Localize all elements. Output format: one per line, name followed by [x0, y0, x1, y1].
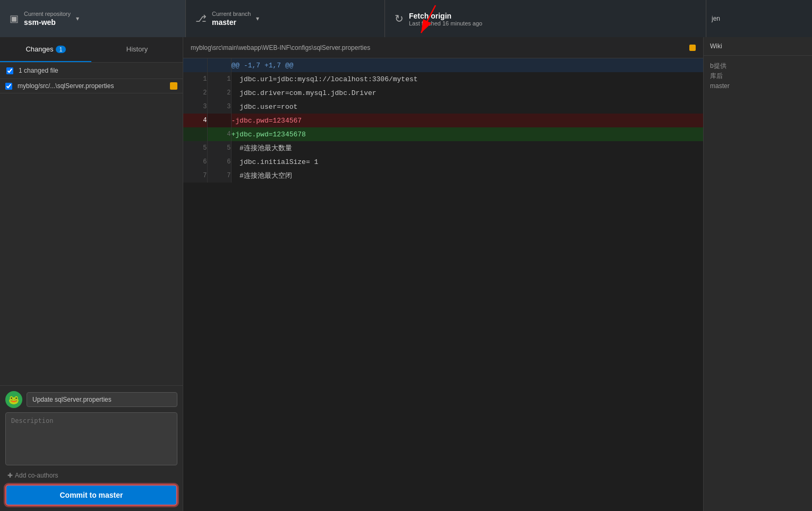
- diff-line-7: 7 7 #连接池最大空闭: [183, 169, 703, 183]
- line-num-new-4a: 4: [207, 127, 231, 141]
- add-icon: ✚: [7, 472, 13, 479]
- line-num-old-7: 7: [183, 169, 207, 183]
- branch-icon: ⎇: [195, 13, 207, 24]
- repo-label: Current repository: [24, 11, 71, 17]
- branch-section[interactable]: ⎇ Current branch master ▾: [186, 0, 385, 37]
- right-panel-label: jen: [712, 15, 720, 22]
- right-panel-body: b提供 库后 master: [710, 62, 730, 90]
- diff-content-4-added: +jdbc.pwd=12345678: [231, 127, 703, 141]
- line-num-old-6: 6: [183, 155, 207, 169]
- changed-count-label: 1 changed file: [19, 67, 58, 74]
- line-num-new-5: 5: [207, 141, 231, 155]
- sidebar: Changes 1 History 1 changed file myblog/…: [0, 37, 183, 511]
- diff-line-5: 5 5 #连接池最大数量: [183, 141, 703, 155]
- commit-button[interactable]: Commit to master: [5, 484, 177, 506]
- line-num-old-1: 1: [183, 72, 207, 86]
- commit-row: 🐸: [5, 391, 177, 408]
- repo-name: ssm-web: [24, 18, 71, 27]
- diff-content-5: #连接池最大数量: [231, 141, 703, 155]
- diff-filepath: myblog\src\main\webapp\WEB-INF\configs\s…: [183, 37, 703, 58]
- line-num-new-1: 1: [207, 72, 231, 86]
- file-list: myblog/src/...\sqlServer.properties: [0, 79, 183, 385]
- right-panel-header: Wiki: [704, 37, 812, 56]
- line-num-old-4: 4: [183, 114, 207, 127]
- line-num-new-2: 2: [207, 86, 231, 100]
- line-num-new: [207, 58, 231, 72]
- right-panel-tab: jen: [706, 0, 812, 37]
- sidebar-tabs: Changes 1 History: [0, 37, 183, 63]
- branch-label: Current branch: [212, 11, 251, 17]
- file-checkbox[interactable]: [5, 83, 12, 90]
- diff-line-6: 6 6 jdbc.initialSize= 1: [183, 155, 703, 169]
- line-num-old-5: 5: [183, 141, 207, 155]
- add-coauthor-label: Add co-authors: [15, 472, 58, 479]
- diff-line-4-added: 4 +jdbc.pwd=12345678: [183, 127, 703, 141]
- main-area: Changes 1 History 1 changed file myblog/…: [0, 37, 812, 511]
- branch-chevron-icon: ▾: [256, 15, 259, 22]
- diff-content-4-removed: -jdbc.pwd=1234567: [231, 114, 703, 127]
- fetch-icon: ↻: [395, 12, 404, 25]
- right-panel: Wiki b提供 库后 master: [703, 37, 812, 511]
- changed-files-header: 1 changed file: [0, 63, 183, 79]
- line-num-old-4a: [183, 127, 207, 141]
- changes-badge: 1: [56, 46, 65, 53]
- line-num-old: [183, 58, 207, 72]
- commit-summary-input[interactable]: [27, 392, 177, 407]
- tab-history-label: History: [126, 45, 148, 53]
- diff-line-4-removed: 4 -jdbc.pwd=1234567: [183, 114, 703, 127]
- repo-section[interactable]: ▣ Current repository ssm-web ▾: [0, 0, 186, 37]
- diff-content-7: #连接池最大空闭: [231, 169, 703, 183]
- diff-content: @@ -1,7 +1,7 @@ 1 1 jdbc.url=jdbc:mysql:…: [183, 58, 703, 511]
- diff-header-row: @@ -1,7 +1,7 @@: [183, 58, 703, 72]
- diff-line-3: 3 3 jdbc.user=root: [183, 100, 703, 114]
- select-all-checkbox[interactable]: [6, 67, 13, 74]
- file-name: myblog/src/...\sqlServer.properties: [18, 82, 167, 90]
- diff-area: myblog\src\main\webapp\WEB-INF\configs\s…: [183, 37, 703, 511]
- diff-line-2: 2 2 jdbc.driver=com.mysql.jdbc.Driver: [183, 86, 703, 100]
- line-num-new-4: [207, 114, 231, 127]
- repo-icon: ▣: [10, 13, 19, 24]
- diff-content-3: jdbc.user=root: [231, 100, 703, 114]
- file-modified-badge: [170, 82, 177, 90]
- branch-name: master: [212, 18, 251, 27]
- avatar: 🐸: [5, 391, 22, 408]
- line-num-new-6: 6: [207, 155, 231, 169]
- line-num-old-2: 2: [183, 86, 207, 100]
- wiki-label: Wiki: [710, 42, 722, 50]
- commit-area: 🐸 ✚ Add co-authors Commit to master: [0, 385, 183, 511]
- tab-history[interactable]: History: [91, 37, 183, 62]
- list-item[interactable]: myblog/src/...\sqlServer.properties: [0, 79, 183, 93]
- add-coauthor-button[interactable]: ✚ Add co-authors: [5, 472, 177, 479]
- diff-header-content: @@ -1,7 +1,7 @@: [231, 58, 703, 72]
- diff-content-6: jdbc.initialSize= 1: [231, 155, 703, 169]
- top-toolbar: ▣ Current repository ssm-web ▾ ⎇ Current…: [0, 0, 812, 37]
- diff-line-1: 1 1 jdbc.url=jdbc:mysql://localhost:3306…: [183, 72, 703, 86]
- diff-file-badge: [689, 45, 696, 51]
- tab-changes-label: Changes: [25, 45, 53, 53]
- fetch-sublabel: Last fetched 16 minutes ago: [409, 20, 482, 27]
- right-panel-content: b提供 库后 master: [704, 56, 812, 511]
- fetch-label: Fetch origin: [409, 12, 482, 20]
- repo-chevron-icon: ▾: [76, 15, 79, 22]
- commit-description-input[interactable]: [5, 412, 177, 465]
- diff-filepath-text: myblog\src\main\webapp\WEB-INF\configs\s…: [191, 44, 370, 51]
- diff-content-2: jdbc.driver=com.mysql.jdbc.Driver: [231, 86, 703, 100]
- diff-table: @@ -1,7 +1,7 @@ 1 1 jdbc.url=jdbc:mysql:…: [183, 58, 703, 183]
- line-num-new-3: 3: [207, 100, 231, 114]
- line-num-old-3: 3: [183, 100, 207, 114]
- fetch-section[interactable]: ↻ Fetch origin Last fetched 16 minutes a…: [385, 0, 706, 37]
- tab-changes[interactable]: Changes 1: [0, 37, 91, 62]
- diff-content-1: jdbc.url=jdbc:mysql://localhost:3306/myt…: [231, 72, 703, 86]
- line-num-new-7: 7: [207, 169, 231, 183]
